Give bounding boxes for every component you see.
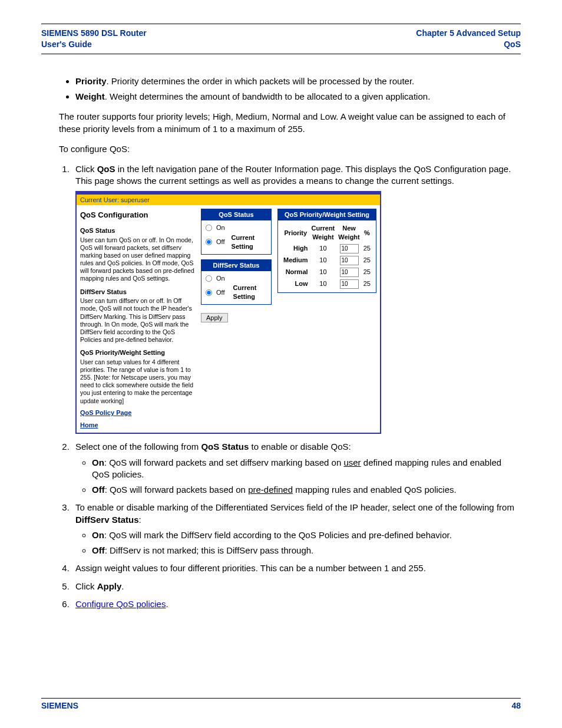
diffserv-off-label: Off: [216, 288, 224, 297]
bullet-weight: Weight. Weight determines the amount of …: [75, 91, 521, 103]
step-2: Select one of the following from QoS Sta…: [72, 441, 521, 496]
diffserv-current-setting: Current Setting: [233, 284, 267, 301]
steps-list: Click QoS in the left navigation pane of…: [59, 163, 521, 610]
step-3: To enable or disable marking of the Diff…: [72, 502, 521, 556]
th-new-weight: New Weight: [336, 223, 361, 243]
th-current-weight: Current Weight: [310, 223, 337, 243]
footer-brand: SIEMENS: [41, 701, 78, 710]
priority-weight-panel: QoS Priority/Weight Setting Priority Cur…: [277, 209, 376, 293]
priority-weight-panel-h: QoS Priority/Weight Setting: [278, 209, 376, 220]
qos-status-panel-h: QoS Status: [201, 209, 271, 220]
help-qos-status-p: User can turn QoS on or off. In On mode,…: [80, 236, 195, 283]
page-header: SIEMENS 5890 DSL Router User's Guide Cha…: [41, 28, 521, 50]
home-link[interactable]: Home: [80, 421, 195, 430]
header-left-2: User's Guide: [41, 39, 147, 50]
bullet-priority: Priority. Priority determines the order …: [75, 75, 521, 87]
th-percent: %: [362, 223, 372, 243]
table-row: Low 10 25: [282, 278, 372, 290]
th-priority: Priority: [282, 223, 310, 243]
current-user-bar: Current User: superuser: [77, 195, 380, 206]
embed-title: QoS Configuration: [80, 210, 195, 220]
help-diffserv-p: User can turn diffserv on or off. In Off…: [80, 297, 195, 344]
qos-off-radio[interactable]: [206, 239, 212, 245]
table-row: High 10 25: [282, 243, 372, 255]
help-pw-h: QoS Priority/Weight Setting: [80, 348, 195, 357]
qos-status-panel: QoS Status On Off Current Setting: [201, 209, 272, 254]
intro-bullets: Priority. Priority determines the order …: [59, 75, 521, 103]
new-weight-low[interactable]: [340, 279, 359, 289]
paragraph-configure: To configure QoS:: [59, 143, 521, 155]
table-row: Normal 10 25: [282, 266, 372, 278]
diffserv-on-label: On: [216, 274, 225, 283]
table-row: Medium 10 25: [282, 255, 372, 266]
qos-off-label: Off: [216, 238, 224, 246]
header-left-1: SIEMENS 5890 DSL Router: [41, 28, 147, 39]
step-3-on: On: QoS will mark the DiffServ field acc…: [92, 529, 521, 541]
step-2-off: Off: QoS will forward packets based on p…: [92, 484, 521, 496]
new-weight-medium[interactable]: [340, 256, 359, 265]
configure-qos-policies-link[interactable]: Configure QoS policies: [75, 599, 166, 609]
paragraph-support: The router supports four priority levels…: [59, 111, 521, 135]
step-3-off: Off: DiffServ is not marked; this is Dif…: [92, 545, 521, 556]
page-footer: SIEMENS 48: [41, 698, 521, 710]
step-4: Assign weight values to four different p…: [72, 562, 521, 574]
help-diffserv-h: DiffServ Status: [80, 288, 195, 297]
diffserv-status-panel: DiffServ Status On Off Current Setting: [201, 259, 272, 305]
diffserv-status-panel-h: DiffServ Status: [201, 260, 271, 271]
step-6: Configure QoS policies.: [72, 598, 521, 610]
header-right-2: QoS: [416, 39, 521, 50]
qos-current-setting: Current Setting: [232, 233, 267, 251]
qos-policy-page-link[interactable]: QoS Policy Page: [80, 409, 195, 417]
step-5: Click Apply.: [72, 581, 521, 592]
help-pw-p: User can setup values for 4 different pr…: [80, 358, 195, 405]
apply-button[interactable]: Apply: [201, 313, 228, 322]
diffserv-on-radio[interactable]: [206, 275, 212, 281]
qos-on-label: On: [216, 223, 225, 232]
step-1: Click QoS in the left navigation pane of…: [72, 163, 521, 434]
new-weight-normal[interactable]: [340, 268, 359, 277]
step-2-on: On: QoS will forward packets and set dif…: [92, 457, 521, 481]
qos-config-screenshot: Current User: superuser QoS Configuratio…: [75, 191, 381, 434]
diffserv-off-radio[interactable]: [206, 289, 212, 296]
page-number: 48: [511, 701, 521, 710]
new-weight-high[interactable]: [340, 244, 359, 253]
qos-on-radio[interactable]: [206, 225, 212, 231]
header-right-1: Chapter 5 Advanced Setup: [416, 28, 521, 39]
help-qos-status-h: QoS Status: [80, 226, 195, 235]
